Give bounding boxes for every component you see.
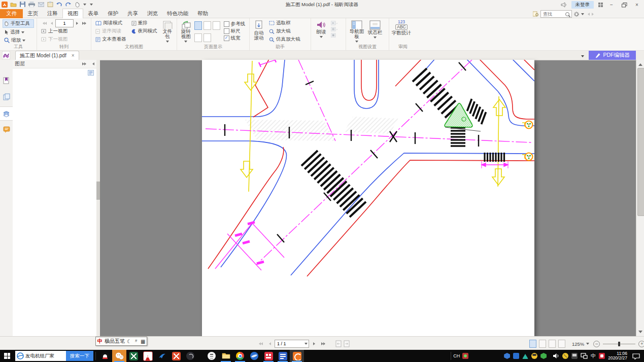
taskbar-app-qq[interactable]	[98, 350, 112, 362]
tab-comment[interactable]: 注释	[43, 9, 62, 18]
ruler-checkbox[interactable]: 标尺	[222, 28, 247, 34]
read-aloud-button[interactable]: 朗读	[314, 20, 329, 44]
layout-book-button[interactable]	[204, 33, 211, 42]
reflow-button[interactable]: 重排	[130, 19, 159, 27]
select-tool-button[interactable]: 选择	[3, 28, 34, 36]
taskbar-search-text[interactable]: 发电机组厂家	[24, 353, 66, 359]
ime-mode-indicator[interactable]: 中	[97, 338, 103, 345]
tray-yellow-ball-icon[interactable]	[531, 353, 537, 359]
scrollbar-thumb[interactable]	[637, 68, 644, 216]
tray-language[interactable]: CH	[453, 353, 460, 358]
tab-view[interactable]: 视图	[62, 9, 83, 19]
tray-ime-indicator[interactable]: 中	[591, 352, 596, 359]
taskbar-app-blue-globe[interactable]	[247, 350, 261, 362]
text-viewer-button[interactable]: 文本查看器	[94, 35, 128, 43]
layers-panel-button[interactable]	[0, 106, 13, 121]
taskbar-app-swoosh[interactable]	[155, 350, 169, 362]
zoom-slider[interactable]	[603, 344, 635, 344]
start-button[interactable]	[0, 350, 14, 362]
tab-file[interactable]: 文件	[0, 9, 23, 18]
splitter-handle[interactable]	[96, 182, 100, 200]
nav-panel-button[interactable]: 导航面板	[349, 20, 365, 44]
panel-splitter[interactable]	[96, 60, 100, 336]
tab-home[interactable]: 主页	[23, 9, 43, 18]
apps-grid-icon[interactable]	[598, 3, 603, 7]
prev-doc-icon[interactable]	[335, 340, 342, 347]
taskbar-app-red-x[interactable]	[169, 350, 183, 362]
play-mini-icon[interactable]	[331, 21, 338, 25]
bookmarks-panel-button[interactable]	[0, 74, 13, 87]
scroll-up-button[interactable]	[636, 60, 644, 67]
prev-view-button[interactable]: 上一视图	[40, 27, 88, 35]
expand-panel-icon[interactable]	[82, 62, 88, 65]
tray-blue-square-icon[interactable]	[513, 353, 519, 359]
stop-mini-icon[interactable]	[331, 33, 338, 38]
layout-single-button[interactable]	[194, 21, 202, 30]
prev-page-status-button[interactable]	[265, 340, 273, 347]
taskbar-app-explorer[interactable]	[219, 350, 233, 362]
next-doc-icon[interactable]	[344, 340, 350, 347]
login-status-chip[interactable]: 未登录	[571, 1, 594, 9]
line-weight-checkbox[interactable]: ✓线宽	[222, 35, 247, 41]
night-mode-button[interactable]: 夜间模式	[130, 27, 159, 35]
tray-clock[interactable]: 11:06 2020/2/27	[608, 351, 627, 360]
auto-scroll-button[interactable]: 自动滚动	[252, 20, 265, 44]
pause-mini-icon[interactable]	[331, 27, 338, 31]
taskbar-search-box[interactable]: 发电机组厂家 搜索一下	[15, 351, 93, 361]
continuous-view-button[interactable]	[539, 340, 546, 348]
tray-yellow-arrow-icon[interactable]	[562, 353, 568, 359]
next-page-button[interactable]	[76, 22, 80, 25]
tab-close-icon[interactable]: ×	[72, 53, 75, 58]
tab-protect[interactable]: 保护	[103, 9, 123, 18]
hand-tool-button[interactable]: 手型工具	[3, 19, 34, 28]
restore-button[interactable]	[620, 2, 628, 8]
start-page-button[interactable]	[2, 51, 10, 59]
sim-magnifier-button[interactable]: 仿真放大镜	[267, 35, 302, 43]
read-mode-button[interactable]: 阅读模式	[94, 19, 128, 27]
page-number-input[interactable]	[55, 19, 74, 27]
facing-view-button[interactable]	[549, 340, 556, 348]
search-icon[interactable]	[565, 12, 569, 16]
taskbar-app-wechat[interactable]	[112, 350, 126, 362]
zoom-level-text[interactable]: 125%	[572, 341, 584, 347]
taskbar-search-button[interactable]: 搜索一下	[66, 351, 93, 361]
taskbar-app-autocad[interactable]	[141, 350, 155, 362]
marquee-button[interactable]: 选取框	[267, 19, 302, 27]
find-next-icon[interactable]	[592, 13, 595, 16]
layout-split-button[interactable]	[194, 33, 202, 42]
layout-more-arrow[interactable]	[213, 33, 220, 44]
ime-softkeyboard-icon[interactable]: ▦	[141, 339, 145, 344]
tab-list-dropdown[interactable]	[581, 54, 584, 60]
last-page-status-button[interactable]	[320, 340, 327, 347]
find-prev-icon[interactable]	[586, 13, 590, 16]
pdf-page[interactable]	[202, 60, 534, 336]
layout-facing-button[interactable]	[213, 21, 220, 30]
ime-toolbar[interactable]: 中 极品五笔 ☾ 〃 ▦	[95, 337, 147, 346]
taskbar-app-blue-doc[interactable]	[276, 350, 290, 362]
single-page-view-button[interactable]	[529, 340, 536, 348]
guides-checkbox[interactable]: 参考线	[222, 21, 247, 27]
collapse-panel-icon[interactable]	[91, 62, 94, 65]
next-view-button[interactable]: 下一视图	[40, 35, 88, 43]
close-button[interactable]: ×	[633, 2, 641, 8]
vertical-scrollbar[interactable]	[636, 60, 644, 336]
first-page-status-button[interactable]	[256, 340, 263, 347]
last-page-button[interactable]	[82, 22, 88, 25]
minimize-button[interactable]: −	[607, 2, 616, 8]
first-page-button[interactable]	[41, 22, 47, 25]
find-box[interactable]	[540, 10, 572, 18]
zoom-dropdown-status-arrow[interactable]	[586, 343, 589, 346]
taskbar-app-white-circle[interactable]	[205, 350, 219, 362]
tab-form[interactable]: 表单	[83, 9, 103, 18]
taskbar-app-chrome[interactable]	[233, 350, 247, 362]
tray-shield-blue-icon[interactable]	[504, 353, 510, 359]
tray-volume-icon[interactable]	[553, 353, 559, 359]
prev-page-button[interactable]	[49, 22, 53, 25]
tray-device-icon[interactable]	[571, 353, 578, 359]
layout-continuous-button[interactable]	[204, 21, 211, 30]
taskbar-app-excel[interactable]	[126, 350, 141, 362]
taskbar-app-red-cn[interactable]	[261, 350, 276, 362]
taskbar-app-dark-circle[interactable]	[183, 350, 197, 362]
pages-panel-button[interactable]	[0, 90, 13, 103]
rotate-view-button[interactable]: 旋转视图	[180, 20, 192, 44]
